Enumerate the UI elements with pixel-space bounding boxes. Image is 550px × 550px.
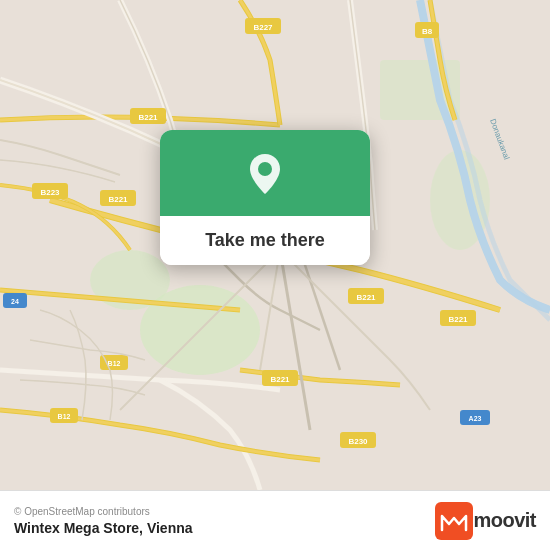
svg-text:24: 24 — [11, 298, 19, 305]
moovit-icon — [435, 502, 473, 540]
svg-text:B223: B223 — [40, 188, 60, 197]
take-me-there-button[interactable]: Take me there — [160, 216, 370, 265]
svg-text:B227: B227 — [253, 23, 273, 32]
svg-text:B221: B221 — [356, 293, 376, 302]
moovit-brand-text: moovit — [473, 509, 536, 532]
svg-text:B8: B8 — [422, 27, 433, 36]
moovit-logo: moovit — [435, 502, 536, 540]
svg-text:A23: A23 — [469, 415, 482, 422]
bottom-bar: © OpenStreetMap contributors Wintex Mega… — [0, 490, 550, 550]
svg-point-32 — [258, 162, 272, 176]
svg-text:B221: B221 — [138, 113, 158, 122]
svg-text:B12: B12 — [108, 360, 121, 367]
location-title: Wintex Mega Store, Vienna — [14, 520, 193, 536]
location-popup: Take me there — [160, 130, 370, 265]
bottom-info: © OpenStreetMap contributors Wintex Mega… — [14, 506, 193, 536]
svg-text:B12: B12 — [58, 413, 71, 420]
svg-text:B221: B221 — [108, 195, 128, 204]
svg-text:B221: B221 — [270, 375, 290, 384]
svg-text:B221: B221 — [448, 315, 468, 324]
location-pin-icon — [238, 148, 292, 202]
svg-text:B230: B230 — [348, 437, 368, 446]
svg-rect-33 — [435, 502, 473, 540]
popup-header — [160, 130, 370, 216]
attribution-text: © OpenStreetMap contributors — [14, 506, 193, 517]
map-area: B221 B227 B8 B223 B221 B12 B12 B221 B221… — [0, 0, 550, 490]
